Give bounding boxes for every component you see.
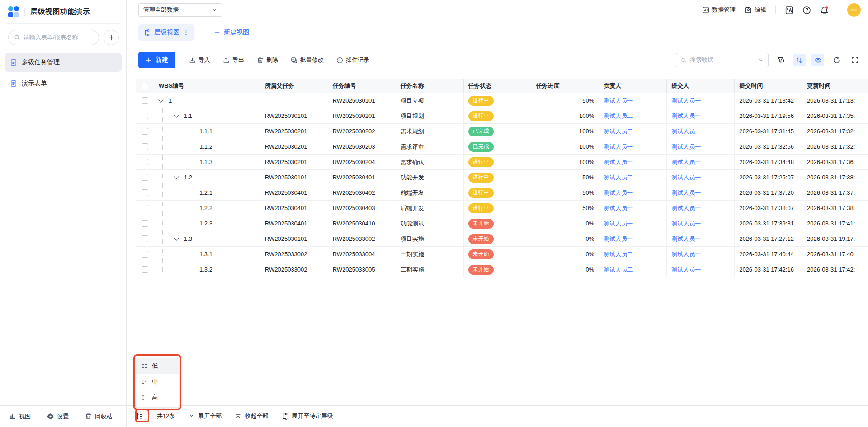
row-checkbox[interactable] [142, 143, 148, 150]
sort-button[interactable] [793, 54, 806, 66]
person-link[interactable]: 测试人员一 [671, 266, 701, 274]
api-docs-icon[interactable] [785, 6, 793, 14]
filter-funnel-icon [777, 56, 785, 64]
row-expand-chevron-icon[interactable] [174, 174, 179, 179]
task-status-cell: 进行中 [464, 185, 532, 200]
submit-time-cell: 2026-03-31 17:39:31 [735, 216, 802, 231]
wbs-number: 1.1.1 [199, 124, 212, 139]
person-link[interactable]: 测试人员一 [671, 235, 701, 243]
row-checkbox-cell [136, 124, 154, 139]
batch-edit-button[interactable]: 批量修改 [291, 56, 324, 64]
person-link[interactable]: 测试人员一 [604, 143, 633, 151]
status-badge: 未开始 [468, 219, 494, 229]
person-link[interactable]: 测试人员一 [671, 158, 701, 166]
table-search-input[interactable]: 搜索数据 [676, 53, 769, 67]
row-checkbox[interactable] [142, 266, 148, 273]
task-status-cell: 进行中 [464, 170, 532, 185]
row-checkbox[interactable] [142, 235, 148, 242]
delete-button[interactable]: 删除 [257, 56, 278, 64]
wbs-number: 1.2 [184, 170, 192, 185]
parent-task-cell: RW2025030401 [260, 216, 328, 231]
add-form-button[interactable] [104, 30, 119, 45]
row-checkbox[interactable] [142, 220, 148, 227]
filter-button[interactable] [774, 54, 787, 66]
data-scope-select[interactable]: 管理全部数据 [138, 3, 222, 17]
task-code-cell: RW2025030101 [328, 93, 396, 108]
notifications-bell-icon[interactable] [820, 6, 829, 14]
row-checkbox[interactable] [142, 189, 148, 196]
person-link[interactable]: 测试人员一 [671, 127, 701, 136]
person-link[interactable]: 测试人员一 [604, 204, 633, 212]
table-toolbar: 新建 导入 导出 删除 批量修改 操作记录 [127, 45, 868, 75]
sidebar-item-demo-form[interactable]: 演示表单 [5, 74, 122, 93]
owner-cell: 测试人员二 [599, 124, 667, 139]
wbs-cell: 1.1.2 [154, 139, 260, 154]
person-link[interactable]: 测试人员一 [604, 235, 633, 243]
visible-fields-button[interactable] [811, 54, 824, 66]
refresh-button[interactable] [830, 54, 843, 66]
person-link[interactable]: 测试人员二 [604, 266, 633, 274]
row-expand-chevron-icon[interactable] [174, 113, 179, 117]
form-search-input[interactable]: 请输入表单/报表名称 [8, 30, 99, 45]
task-status-cell: 进行中 [464, 155, 532, 169]
data-manage-button[interactable]: 数据管理 [702, 6, 736, 14]
export-button[interactable]: 导出 [223, 56, 244, 64]
person-link[interactable]: 测试人员一 [604, 189, 633, 197]
row-expand-chevron-icon[interactable] [174, 235, 179, 240]
collapse-all-button[interactable]: 收起全部 [235, 412, 268, 420]
person-link[interactable]: 测试人员一 [671, 220, 701, 228]
row-checkbox[interactable] [142, 113, 148, 119]
expand-to-level-button[interactable]: 展开至特定层级 [282, 412, 333, 420]
tab-more-kebab-icon[interactable] [183, 30, 189, 36]
row-checkbox[interactable] [142, 97, 148, 104]
user-avatar[interactable]: — [847, 3, 861, 17]
person-link[interactable]: 测试人员二 [604, 127, 633, 136]
new-record-button[interactable]: 新建 [138, 52, 175, 68]
row-expand-chevron-icon[interactable] [158, 97, 163, 102]
person-link[interactable]: 测试人员二 [604, 174, 633, 182]
row-checkbox[interactable] [142, 174, 148, 181]
person-link[interactable]: 测试人员一 [604, 220, 633, 228]
operation-log-button[interactable]: 操作记录 [336, 56, 369, 64]
table-row: 1.2.2RW2025030401RW2025030403后端开发进行中50%测… [136, 201, 868, 216]
person-link[interactable]: 测试人员一 [671, 97, 701, 105]
person-link[interactable]: 测试人员一 [671, 174, 701, 182]
fullscreen-button[interactable] [849, 54, 861, 66]
import-button[interactable]: 导入 [189, 56, 210, 64]
tree-guide-line [162, 201, 163, 216]
task-code-cell: RW2025033004 [328, 247, 396, 262]
person-link[interactable]: 测试人员一 [671, 204, 701, 212]
sidebar-item-multilevel-task[interactable]: 多级任务管理 [5, 53, 122, 72]
person-link[interactable]: 测试人员二 [604, 250, 633, 258]
row-checkbox[interactable] [142, 205, 148, 211]
edit-app-button[interactable]: 编辑 [745, 6, 766, 14]
settings-button[interactable]: 设置 [47, 413, 69, 421]
expand-all-button[interactable]: 展开全部 [189, 412, 222, 420]
recycle-bin-button[interactable]: 回收站 [85, 413, 113, 421]
person-link[interactable]: 测试人员一 [671, 189, 701, 197]
task-status-cell: 未开始 [464, 247, 532, 262]
owner-cell: 测试人员二 [599, 108, 667, 123]
person-link[interactable]: 测试人员一 [604, 158, 633, 166]
tab-hierarchy-view[interactable]: 层级视图 [138, 24, 194, 41]
help-icon[interactable] [802, 6, 811, 14]
status-badge: 进行中 [468, 157, 494, 167]
column-header: 任务编号 [328, 79, 396, 93]
submit-time-cell: 2026-03-31 17:25:07 [735, 170, 802, 185]
row-checkbox[interactable] [142, 251, 148, 258]
row-checkbox[interactable] [142, 159, 148, 165]
views-button[interactable]: 视图 [9, 413, 31, 421]
submit-time-cell: 2026-03-31 17:31:45 [735, 124, 802, 139]
person-link[interactable]: 测试人员一 [671, 250, 701, 258]
person-link[interactable]: 测试人员一 [671, 143, 701, 151]
trash-icon [85, 413, 92, 420]
person-link[interactable]: 测试人员一 [671, 112, 701, 120]
select-all-checkbox[interactable] [142, 83, 148, 89]
person-link[interactable]: 测试人员一 [604, 97, 633, 105]
app-logo-icon [8, 6, 19, 17]
row-checkbox[interactable] [142, 128, 148, 135]
new-view-button[interactable]: 新建视图 [214, 28, 249, 37]
task-progress-cell: 0% [531, 247, 599, 262]
hierarchy-tree-icon [144, 29, 151, 36]
person-link[interactable]: 测试人员二 [604, 112, 633, 120]
